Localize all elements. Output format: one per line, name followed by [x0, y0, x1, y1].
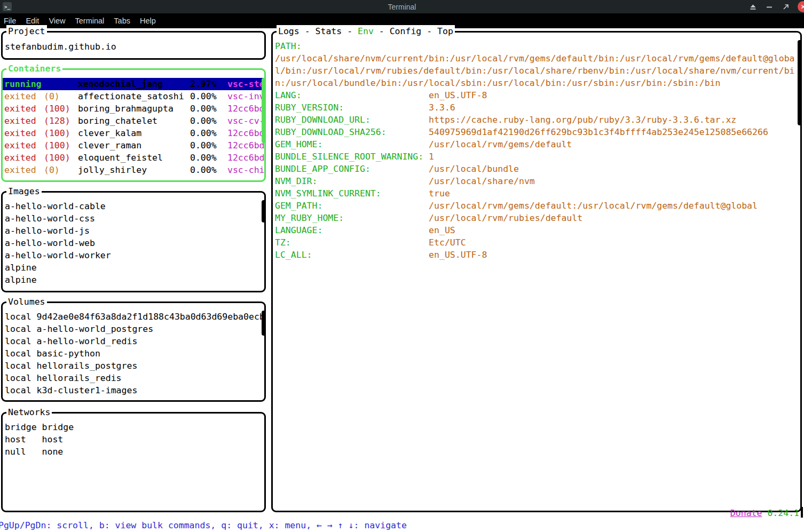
- menu-tabs[interactable]: Tabs: [112, 15, 132, 26]
- minimize-icon[interactable]: [764, 2, 774, 12]
- env-content: PATH:/usr/local/share/nvm/current/bin:/u…: [273, 33, 800, 511]
- env-var-row: NVM_SYMLINK_CURRENT: true: [275, 187, 800, 200]
- image-row[interactable]: a-hello-world-cable: [5, 200, 264, 212]
- env-path-line: n:/usr/local/bundle/bin:/usr/local/sbin:…: [275, 77, 800, 89]
- container-row[interactable]: runningxenodochial_jang2.97%vsc-ste: [3, 78, 264, 90]
- env-path-line: l/bin:/usr/local/rvm/rubies/default/bin:…: [275, 65, 800, 77]
- env-var-row: MY_RUBY_HOME: /usr/local/rvm/rubies/defa…: [275, 212, 800, 224]
- images-scrollbar[interactable]: [262, 200, 266, 223]
- network-row[interactable]: bridge bridge: [5, 421, 264, 433]
- volume-row[interactable]: local k3d-cluster1-images: [5, 384, 264, 396]
- container-row[interactable]: exited(100)boring_brahmagupta0.00%12cc6b…: [3, 102, 264, 115]
- env-var-key: PATH:: [275, 40, 800, 52]
- containers-panel: Containers runningxenodochial_jang2.97%v…: [1, 68, 266, 182]
- terminal-cursor: [801, 507, 803, 518]
- statusbar-right: Donate 0.24.1: [698, 495, 803, 531]
- env-var-row: LANG: en_US.UTF-8: [275, 89, 800, 101]
- container-row[interactable]: exited(100)clever_raman0.00%12cc6bd: [3, 139, 264, 152]
- project-panel: Project stefanbudim.github.io: [1, 31, 266, 60]
- container-row[interactable]: exited(100)clever_kalam0.00%12cc6bd: [3, 127, 264, 139]
- env-var-row: BUNDLE_SILENCE_ROOT_WARNING: 1: [275, 150, 800, 163]
- version-label: 0.24.1: [767, 508, 799, 518]
- project-name[interactable]: stefanbudim.github.io: [5, 41, 264, 53]
- network-row[interactable]: null none: [5, 446, 264, 458]
- terminal-window: >_ Terminal ✕ FileEditViewTerminalTabsHe…: [0, 0, 804, 532]
- detail-panel: Logs - Stats - Env - Config - Top PATH:/…: [271, 31, 802, 512]
- volume-row[interactable]: local hellorails_redis: [5, 372, 264, 384]
- env-var-row: BUNDLE_APP_CONFIG: /usr/local/bundle: [275, 163, 800, 175]
- container-row[interactable]: exited(0)jolly_shirley0.00%vsc-chi: [3, 164, 264, 176]
- maximize-icon[interactable]: [781, 2, 791, 12]
- close-icon[interactable]: ✕: [798, 1, 804, 12]
- volume-row[interactable]: local 9d42ae0e84f63a8da2f1d188c43ba0d63d…: [5, 311, 264, 323]
- menu-help[interactable]: Help: [138, 15, 157, 26]
- image-row[interactable]: a-hello-world-web: [5, 237, 264, 249]
- containers-scrollbar[interactable]: [262, 78, 266, 143]
- container-row[interactable]: exited(100)eloquent_feistel0.00%12cc6bd: [3, 152, 264, 164]
- volume-row[interactable]: local hellorails_postgres: [5, 360, 264, 372]
- env-var-row: GEM_PATH: /usr/local/rvm/gems/default:/u…: [275, 200, 800, 212]
- menu-terminal[interactable]: Terminal: [74, 15, 106, 26]
- env-var-row: LC_ALL: en_US.UTF-8: [275, 249, 800, 261]
- image-row[interactable]: a-hello-world-js: [5, 225, 264, 237]
- detail-scrollbar[interactable]: [798, 40, 802, 125]
- window-controls: ✕: [748, 0, 804, 13]
- env-var-row: GEM_HOME: /usr/local/rvm/gems/default: [275, 138, 800, 150]
- container-row[interactable]: exited(128)boring_chatelet0.00%vsc-cv-: [3, 115, 264, 127]
- env-var-row: TZ: Etc/UTC: [275, 236, 800, 249]
- env-var-row: RUBY_DOWNLOAD_SHA256: 540975969d1af42190…: [275, 126, 800, 138]
- volume-row[interactable]: local a-hello-world_redis: [5, 335, 264, 347]
- shade-window-icon[interactable]: [748, 2, 758, 12]
- window-title: Terminal: [0, 3, 804, 11]
- env-var-row: RUBY_DOWNLOAD_URL: https://cache.ruby-la…: [275, 114, 800, 126]
- image-row[interactable]: a-hello-world-worker: [5, 249, 264, 261]
- volumes-panel: Volumes local 9d42ae0e84f63a8da2f1d188c4…: [1, 301, 266, 402]
- menu-edit[interactable]: Edit: [24, 15, 41, 26]
- menu-file[interactable]: File: [2, 15, 18, 26]
- container-row[interactable]: exited(0)affectionate_satoshi0.00%vsc-in…: [3, 90, 264, 102]
- menu-view[interactable]: View: [47, 15, 67, 26]
- env-var-row: NVM_DIR: /usr/local/share/nvm: [275, 175, 800, 187]
- networks-panel: Networks bridge bridgehost hostnull none: [1, 412, 266, 512]
- lazydocker-ui: Project stefanbudim.github.io Containers…: [0, 28, 804, 532]
- volume-row[interactable]: local basic-python: [5, 347, 264, 360]
- volumes-scrollbar[interactable]: [262, 311, 266, 336]
- image-row[interactable]: alpine: [5, 261, 264, 274]
- image-row[interactable]: alpine: [5, 274, 264, 286]
- env-var-row: LANGUAGE: en_US: [275, 224, 800, 236]
- images-panel: Images a-hello-world-cablea-hello-world-…: [1, 191, 266, 292]
- window-titlebar: >_ Terminal ✕: [0, 0, 804, 13]
- donate-link[interactable]: Donate: [730, 508, 762, 518]
- keybindings-hint: PgUp/PgDn: scroll, b: view bulk commands…: [0, 519, 407, 531]
- env-path-line: /usr/local/share/nvm/current/bin:/usr/lo…: [275, 52, 800, 65]
- env-var-row: RUBY_VERSION: 3.3.6: [275, 101, 800, 114]
- image-row[interactable]: a-hello-world-css: [5, 212, 264, 225]
- network-row[interactable]: host host: [5, 433, 264, 446]
- volume-row[interactable]: local a-hello-world_postgres: [5, 323, 264, 335]
